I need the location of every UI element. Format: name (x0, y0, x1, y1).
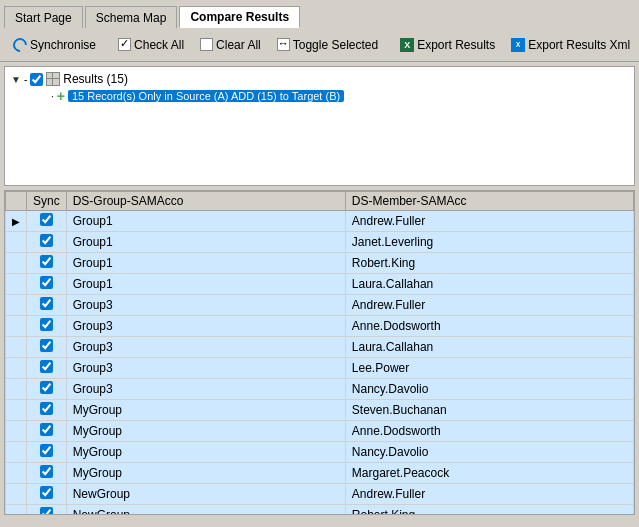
group-cell: Group3 (66, 337, 345, 358)
xml-icon: X (511, 38, 525, 52)
sync-checkbox[interactable] (40, 444, 53, 457)
group-cell: MyGroup (66, 400, 345, 421)
clear-all-button[interactable]: Clear All (193, 35, 268, 55)
member-cell: Andrew.Fuller (345, 295, 633, 316)
sync-cell (27, 316, 67, 337)
table-wrapper: Sync DS-Group-SAMAcco DS-Member-SAMAcc ▶… (4, 190, 635, 515)
table-row: ▶Group1Andrew.Fuller (6, 211, 634, 232)
row-arrow-cell (6, 358, 27, 379)
results-table: Sync DS-Group-SAMAcco DS-Member-SAMAcc ▶… (5, 191, 634, 515)
tab-schema-map[interactable]: Schema Map (85, 6, 178, 28)
sync-cell (27, 463, 67, 484)
table-row: Group3Lee.Power (6, 358, 634, 379)
row-arrow-cell (6, 274, 27, 295)
sync-checkbox[interactable] (40, 381, 53, 394)
sync-checkbox[interactable] (40, 423, 53, 436)
tab-start-page[interactable]: Start Page (4, 6, 83, 28)
row-arrow-cell (6, 316, 27, 337)
table-row: Group3Andrew.Fuller (6, 295, 634, 316)
row-arrow-cell (6, 295, 27, 316)
sync-cell (27, 232, 67, 253)
row-arrow-cell (6, 232, 27, 253)
group-cell: NewGroup (66, 505, 345, 516)
results-tree: ▼ - Results (15) · + 15 Record(s) Only i… (5, 67, 634, 109)
row-arrow-cell: ▶ (6, 211, 27, 232)
member-cell: Andrew.Fuller (345, 211, 633, 232)
sync-checkbox[interactable] (40, 507, 53, 515)
check-all-button[interactable]: Check All (111, 35, 191, 55)
row-pointer-icon: ▶ (12, 216, 20, 227)
sync-checkbox[interactable] (40, 402, 53, 415)
sync-cell (27, 400, 67, 421)
tab-bar: Start Page Schema Map Compare Results (0, 0, 639, 28)
tree-dot: · (51, 91, 54, 102)
table-row: Group1Janet.Leverling (6, 232, 634, 253)
sync-cell (27, 505, 67, 516)
tab-compare-results[interactable]: Compare Results (179, 6, 300, 28)
member-cell: Anne.Dodsworth (345, 316, 633, 337)
member-cell: Anne.Dodsworth (345, 421, 633, 442)
sync-checkbox[interactable] (40, 234, 53, 247)
sync-cell (27, 211, 67, 232)
add-icon: + (57, 88, 65, 104)
group-cell: Group1 (66, 211, 345, 232)
row-arrow-cell (6, 421, 27, 442)
sync-checkbox[interactable] (40, 486, 53, 499)
row-arrow-cell (6, 442, 27, 463)
sync-checkbox[interactable] (40, 360, 53, 373)
table-header-row: Sync DS-Group-SAMAcco DS-Member-SAMAcc (6, 192, 634, 211)
sync-cell (27, 421, 67, 442)
clear-all-icon (200, 38, 213, 51)
sync-checkbox[interactable] (40, 318, 53, 331)
row-arrow-cell (6, 253, 27, 274)
tree-root-row: ▼ - Results (15) (9, 71, 630, 87)
member-cell: Andrew.Fuller (345, 484, 633, 505)
member-cell: Margaret.Peacock (345, 463, 633, 484)
group-cell: NewGroup (66, 484, 345, 505)
sync-cell (27, 337, 67, 358)
table-row: MyGroupSteven.Buchanan (6, 400, 634, 421)
row-arrow-cell (6, 505, 27, 516)
col-ds-group: DS-Group-SAMAcco (66, 192, 345, 211)
group-cell: MyGroup (66, 421, 345, 442)
sync-checkbox[interactable] (40, 465, 53, 478)
synchronise-button[interactable]: Synchronise (6, 35, 103, 55)
table-row: NewGroupAndrew.Fuller (6, 484, 634, 505)
group-cell: Group3 (66, 379, 345, 400)
member-cell: Steven.Buchanan (345, 400, 633, 421)
sync-checkbox[interactable] (40, 276, 53, 289)
group-cell: Group1 (66, 274, 345, 295)
col-sync: Sync (27, 192, 67, 211)
group-cell: Group1 (66, 232, 345, 253)
member-cell: Robert.King (345, 253, 633, 274)
sync-checkbox[interactable] (40, 213, 53, 226)
export-results-button[interactable]: X Export Results (393, 35, 502, 55)
member-cell: Lee.Power (345, 358, 633, 379)
toggle-icon (277, 38, 290, 51)
row-arrow-cell (6, 337, 27, 358)
tree-child-row: · + 15 Record(s) Only in Source (A) ADD … (49, 87, 630, 105)
sync-cell (27, 274, 67, 295)
member-cell: Laura.Callahan (345, 274, 633, 295)
member-cell: Laura.Callahan (345, 337, 633, 358)
sync-cell (27, 358, 67, 379)
tree-expand-icon[interactable]: ▼ (11, 74, 21, 85)
sync-cell (27, 379, 67, 400)
sync-checkbox[interactable] (40, 255, 53, 268)
group-cell: Group3 (66, 295, 345, 316)
table-row: Group3Nancy.Davolio (6, 379, 634, 400)
member-cell: Janet.Leverling (345, 232, 633, 253)
export-results-xml-button[interactable]: X Export Results Xml (504, 35, 637, 55)
col-arrow (6, 192, 27, 211)
col-ds-member: DS-Member-SAMAcc (345, 192, 633, 211)
row-arrow-cell (6, 463, 27, 484)
table-row: MyGroupMargaret.Peacock (6, 463, 634, 484)
sync-cell (27, 253, 67, 274)
child-badge: 15 Record(s) Only in Source (A) ADD (15)… (68, 90, 344, 102)
toggle-selected-button[interactable]: Toggle Selected (270, 35, 385, 55)
sync-checkbox[interactable] (40, 339, 53, 352)
group-cell: Group1 (66, 253, 345, 274)
table-row: Group1Robert.King (6, 253, 634, 274)
sync-checkbox[interactable] (40, 297, 53, 310)
root-checkbox[interactable] (30, 73, 43, 86)
